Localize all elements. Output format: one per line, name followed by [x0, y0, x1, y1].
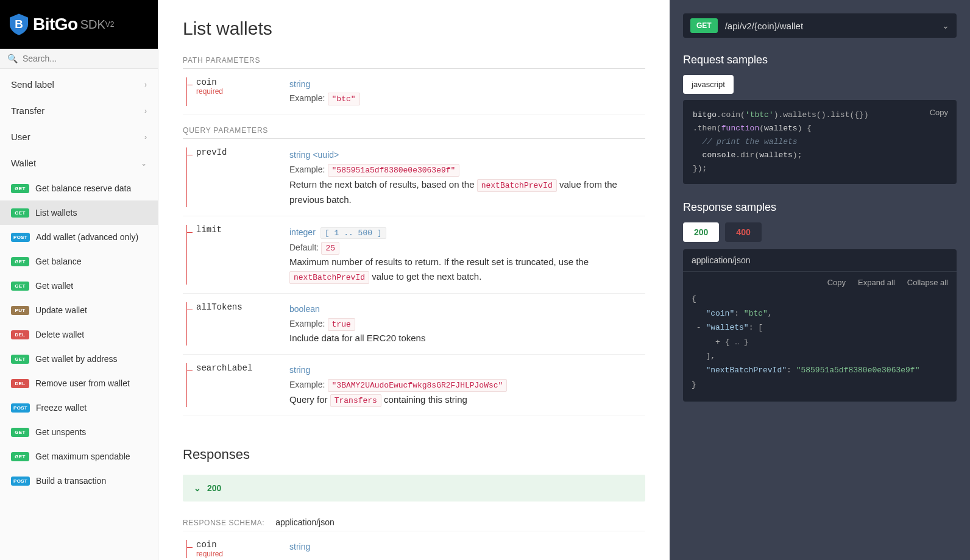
chevron-down-icon: ⌄	[942, 21, 949, 30]
method-badge: GET	[11, 184, 29, 193]
example-value: "3BAMY2UAudoEwucfwkg8sGR2FJHLPJoWsc"	[328, 379, 508, 392]
inline-code: nextBatchPrevId	[289, 271, 369, 284]
nav-group-wallet[interactable]: Wallet⌄	[0, 150, 158, 176]
sidebar-item-add-wallet-advanced-only-[interactable]: POSTAdd wallet (advanced only)	[0, 225, 158, 249]
chevron-down-icon: ⌄	[194, 483, 201, 493]
sidebar-item-remove-user-from-wallet[interactable]: DELRemove user from wallet	[0, 371, 158, 395]
method-badge: POST	[11, 477, 30, 486]
param-format: <uuid>	[313, 150, 339, 160]
param-desc: Query for	[289, 394, 330, 405]
chevron-right-icon: ›	[144, 107, 147, 115]
response-json-body: { "coin": "btc", - "wallets": [ + { … } …	[683, 287, 957, 402]
sidebar-item-get-maximum-spendable[interactable]: GETGet maximum spendable	[0, 444, 158, 469]
response-samples-heading: Response samples	[683, 201, 957, 214]
logo-sdk: SDK	[80, 18, 105, 32]
example-label: Example:	[289, 93, 325, 103]
sidebar-item-label: Freeze wallet	[36, 403, 87, 413]
logo-brand: BitGo	[33, 15, 78, 34]
tab-400[interactable]: 400	[725, 222, 761, 242]
param-type: string	[289, 77, 645, 91]
schema-label: RESPONSE SCHEMA:	[183, 519, 264, 527]
inline-code: Transfers	[330, 394, 381, 407]
response-schema-heading: RESPONSE SCHEMA: application/json	[183, 517, 645, 531]
shield-icon: B	[10, 13, 28, 35]
sidebar-item-label: List wallets	[35, 208, 77, 218]
param-name: limit	[196, 225, 289, 235]
example-value: true	[328, 318, 355, 331]
sidebar-item-freeze-wallet[interactable]: POSTFreeze wallet	[0, 395, 158, 420]
field-type: string	[289, 540, 645, 553]
svg-text:B: B	[15, 18, 23, 30]
sidebar-item-label: Update wallet	[35, 305, 87, 315]
response-json-panel: application/json Copy Expand all Collaps…	[683, 249, 957, 402]
example-value: "btc"	[328, 93, 360, 105]
sidebar-item-update-wallet[interactable]: PUTUpdate wallet	[0, 298, 158, 322]
default-label: Default:	[289, 243, 319, 252]
main-content: List wallets PATH PARAMETERS coin requir…	[158, 0, 670, 560]
sidebar-item-get-balance[interactable]: GETGet balance	[0, 249, 158, 274]
tab-javascript[interactable]: javascript	[683, 75, 734, 94]
param-desc: containing this string	[381, 394, 467, 405]
sidebar-item-get-wallet-by-address[interactable]: GETGet wallet by address	[0, 347, 158, 371]
method-badge: GET	[11, 282, 29, 291]
param-name: searchLabel	[196, 363, 289, 373]
status-code: 200	[207, 483, 221, 493]
method-badge: DEL	[11, 379, 29, 388]
nav-group-label: Send label	[11, 79, 54, 90]
method-badge: GET	[11, 452, 29, 461]
nav-group-user[interactable]: User›	[0, 124, 158, 150]
nav-group-label: Transfer	[11, 105, 44, 116]
samples-panel: GET /api/v2/{coin}/wallet ⌄ Request samp…	[670, 0, 970, 560]
method-badge: GET	[690, 18, 718, 33]
inline-code: nextBatchPrevId	[477, 179, 557, 192]
nav-group-sendlabel[interactable]: Send label›	[0, 71, 158, 97]
copy-button[interactable]: Copy	[827, 278, 846, 287]
example-value: "585951a5df8380e0e3063e9f"	[328, 164, 460, 177]
sidebar-item-get-wallet[interactable]: GETGet wallet	[0, 274, 158, 298]
param-row-alltokens: allTokens boolean Example: true Include …	[183, 294, 645, 355]
path-params-heading: PATH PARAMETERS	[183, 56, 645, 69]
tab-200[interactable]: 200	[683, 222, 719, 242]
responses-heading: Responses	[183, 447, 645, 463]
sidebar-item-label: Get unspents	[35, 427, 86, 437]
param-row-coin: coin required string Example: "btc"	[183, 69, 645, 115]
chevron-down-icon: ⌄	[141, 159, 147, 168]
copy-button[interactable]: Copy	[930, 106, 948, 119]
field-name: coin	[196, 540, 289, 550]
method-badge: GET	[11, 428, 29, 437]
nav-group-label: Wallet	[11, 158, 36, 168]
search-bar[interactable]: 🔍	[0, 49, 158, 69]
sidebar-item-build-a-transaction[interactable]: POSTBuild a transaction	[0, 469, 158, 493]
nav-group-transfer[interactable]: Transfer›	[0, 97, 158, 124]
method-badge: PUT	[11, 306, 29, 315]
param-type: string	[289, 363, 645, 377]
sidebar-item-get-balance-reserve-data[interactable]: GETGet balance reserve data	[0, 176, 158, 200]
query-params-heading: QUERY PARAMETERS	[183, 126, 645, 139]
response-200-row[interactable]: ⌄ 200	[183, 475, 645, 502]
param-type: boolean	[289, 302, 645, 316]
collapse-all-button[interactable]: Collapse all	[907, 278, 948, 287]
example-label: Example:	[289, 165, 325, 174]
method-badge: DEL	[11, 330, 29, 339]
sidebar-item-label: Add wallet (advanced only)	[36, 232, 138, 242]
endpoint-bar[interactable]: GET /api/v2/{coin}/wallet ⌄	[683, 13, 957, 38]
method-badge: POST	[11, 233, 30, 242]
resp-field-coin: coin required string	[183, 531, 645, 560]
sidebar: B BitGo SDK V2 🔍 Send label› Transfer› U…	[0, 0, 158, 560]
param-row-searchlabel: searchLabel string Example: "3BAMY2UAudo…	[183, 355, 645, 416]
sidebar-item-list-wallets[interactable]: GETList wallets	[0, 200, 158, 225]
expand-all-button[interactable]: Expand all	[858, 278, 895, 287]
method-badge: GET	[11, 355, 29, 364]
sidebar-item-delete-wallet[interactable]: DELDelete wallet	[0, 322, 158, 347]
default-value: 25	[321, 242, 339, 255]
search-input[interactable]	[23, 54, 150, 63]
method-badge: POST	[11, 403, 30, 413]
required-label: required	[196, 550, 289, 558]
chevron-right-icon: ›	[144, 133, 147, 141]
page-title: List wallets	[183, 18, 645, 39]
param-constraint: [ 1 .. 500 ]	[320, 227, 386, 239]
sidebar-item-get-unspents[interactable]: GETGet unspents	[0, 420, 158, 444]
json-content-type: application/json	[683, 249, 957, 272]
method-badge: GET	[11, 208, 29, 218]
param-name: prevId	[196, 147, 289, 157]
